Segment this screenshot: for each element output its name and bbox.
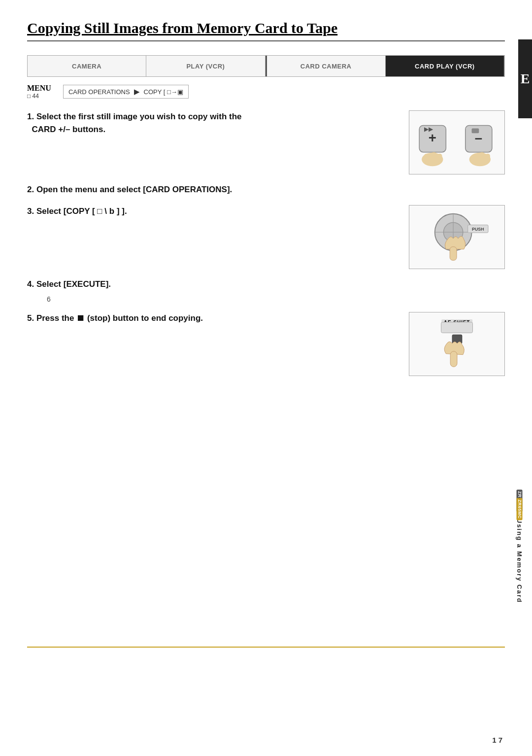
tab-card-camera[interactable]: CARD CAMERA: [267, 56, 386, 76]
step-3-illus: PUSH: [409, 205, 505, 269]
breadcrumb-arrow: ▶: [134, 87, 140, 96]
step-4-text-block: 4. Select [EXECUTE].: [27, 278, 505, 291]
steps-area: 1. Select the first still image you wish…: [27, 110, 505, 385]
svg-rect-23: [450, 351, 457, 367]
right-tab-letter: E: [521, 71, 530, 87]
tab-camera[interactable]: CAMERA: [28, 56, 146, 76]
breadcrumb-item2: COPY [ □→▣: [144, 88, 183, 96]
step-5-text-block: 5. Press the ⏹ (stop) button to end copy…: [27, 312, 390, 325]
svg-rect-5: [472, 128, 479, 133]
sidebar-text: Using a Memory Card: [516, 518, 523, 603]
sidebar-badge-2: ZR65MC: [516, 498, 522, 520]
svg-rect-9: [437, 154, 442, 163]
bottom-sidebar: ZR70MC ZR65MC Using a Memory Card: [510, 498, 528, 603]
step-2-row: 2. Open the menu and select [CARD OPERAT…: [27, 183, 505, 196]
menu-icon-block: MENU □ 44: [27, 84, 54, 100]
step-4-row: 4. Select [EXECUTE].: [27, 278, 505, 291]
svg-rect-11: [473, 154, 479, 164]
menu-page-ref: □ 44: [27, 93, 54, 100]
step-5-text: 5. Press the ⏹ (stop) button to end copy…: [27, 312, 390, 325]
svg-rect-21: [441, 322, 473, 333]
small-note: 6: [47, 295, 505, 303]
svg-rect-12: [479, 152, 485, 163]
page-container: E Copying Still Images from Memory Card …: [0, 0, 532, 756]
mode-tabs: CAMERA PLAY (VCR) CARD CAMERA CARD PLAY …: [27, 55, 505, 77]
step-1-row: 1. Select the first still image you wish…: [27, 110, 505, 174]
step-3-text-block: 3. Select [COPY [ □ \ b ] ].: [27, 205, 390, 218]
page-title: Copying Still Images from Memory Card to…: [27, 20, 505, 41]
step-2-text: 2. Open the menu and select [CARD OPERAT…: [27, 183, 505, 196]
page-number: 1 7: [492, 736, 502, 744]
step-5-row: 5. Press the ⏹ (stop) button to end copy…: [27, 312, 505, 376]
svg-rect-13: [485, 154, 490, 163]
step-5-illus: AE SHIFT: [409, 312, 505, 376]
step-1-illus: + ▶▶ –: [409, 110, 505, 174]
step-1-text: 1. Select the first still image you wish…: [27, 110, 390, 136]
step-1-text-block: 1. Select the first still image you wish…: [27, 110, 390, 136]
step-5-image: AE SHIFT: [401, 312, 505, 376]
right-tab: E: [518, 39, 532, 118]
step-3-image: PUSH: [401, 205, 505, 269]
menu-row: MENU □ 44 CARD OPERATIONS ▶ COPY [ □→▣: [27, 84, 505, 100]
bottom-divider: [27, 647, 505, 648]
svg-text:PUSH: PUSH: [472, 227, 484, 232]
svg-rect-20: [450, 246, 457, 260]
menu-label: MENU: [27, 84, 51, 92]
step-3-text: 3. Select [COPY [ □ \ b ] ].: [27, 205, 390, 218]
tab-card-play-vcr[interactable]: CARD PLAY (VCR): [386, 56, 504, 76]
step-2-text-block: 2. Open the menu and select [CARD OPERAT…: [27, 183, 505, 196]
step-1-image: + ▶▶ –: [401, 110, 505, 174]
step-3-row: 3. Select [COPY [ □ \ b ] ].: [27, 205, 505, 269]
main-content: Copying Still Images from Memory Card to…: [27, 20, 505, 726]
svg-rect-8: [431, 152, 437, 163]
breadcrumb-box: CARD OPERATIONS ▶ COPY [ □→▣: [63, 85, 189, 99]
svg-text:▶▶: ▶▶: [424, 126, 433, 133]
breadcrumb-item1: CARD OPERATIONS: [68, 88, 130, 96]
svg-rect-7: [424, 154, 430, 164]
tab-play-vcr[interactable]: PLAY (VCR): [146, 56, 265, 76]
step-4-text: 4. Select [EXECUTE].: [27, 278, 505, 291]
